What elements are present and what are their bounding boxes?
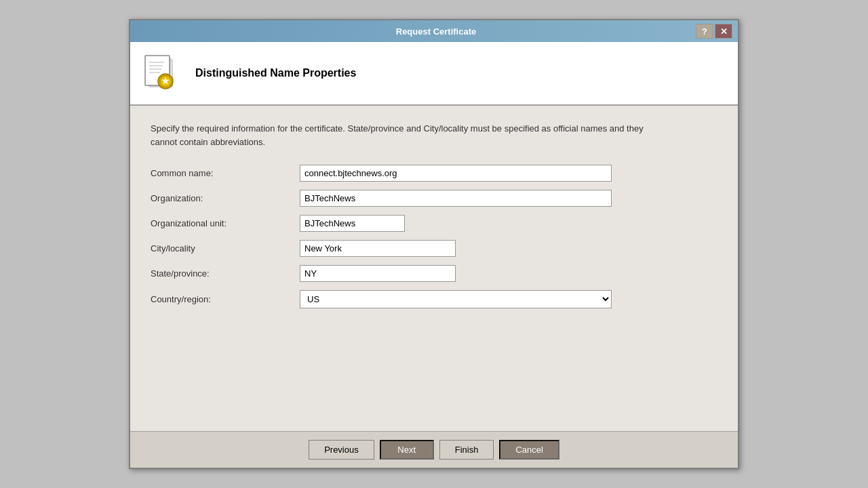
description-text: Specify the required information for the… — [151, 122, 652, 148]
next-button[interactable]: Next — [380, 440, 434, 460]
window-title: Request Certificate — [176, 26, 696, 37]
city-input[interactable] — [300, 240, 456, 257]
state-row: State/province: — [151, 265, 717, 282]
city-label: City/locality — [151, 243, 300, 253]
organization-input[interactable] — [300, 190, 612, 207]
request-certificate-window: Request Certificate ? ✕ — [129, 19, 739, 469]
state-input[interactable] — [300, 265, 456, 282]
country-row: Country/region: US GB CA AU DE FR JP — [151, 290, 717, 308]
organization-row: Organization: — [151, 190, 717, 207]
title-bar: Request Certificate ? ✕ — [130, 20, 738, 42]
close-button[interactable]: ✕ — [715, 24, 732, 39]
content-section: Specify the required information for the… — [130, 106, 738, 431]
common-name-input[interactable] — [300, 165, 612, 182]
city-row: City/locality — [151, 240, 717, 257]
title-bar-buttons: ? ✕ — [696, 24, 732, 39]
org-unit-label: Organizational unit: — [151, 218, 300, 228]
footer-section: Previous Next Finish Cancel — [130, 431, 738, 468]
svg-text:★: ★ — [161, 76, 170, 86]
header-section: ★ Distinguished Name Properties — [130, 42, 738, 105]
country-label: Country/region: — [151, 294, 300, 304]
header-title: Distinguished Name Properties — [195, 67, 356, 79]
common-name-row: Common name: — [151, 165, 717, 182]
org-unit-input[interactable] — [300, 215, 405, 232]
state-label: State/province: — [151, 268, 300, 279]
previous-button[interactable]: Previous — [309, 440, 374, 460]
finish-button[interactable]: Finish — [439, 440, 494, 460]
common-name-label: Common name: — [151, 168, 300, 178]
organization-label: Organization: — [151, 193, 300, 203]
org-unit-row: Organizational unit: — [151, 215, 717, 232]
certificate-icon: ★ — [144, 53, 184, 94]
cancel-button[interactable]: Cancel — [499, 440, 559, 460]
country-select[interactable]: US GB CA AU DE FR JP — [300, 290, 612, 308]
help-button[interactable]: ? — [696, 24, 713, 39]
